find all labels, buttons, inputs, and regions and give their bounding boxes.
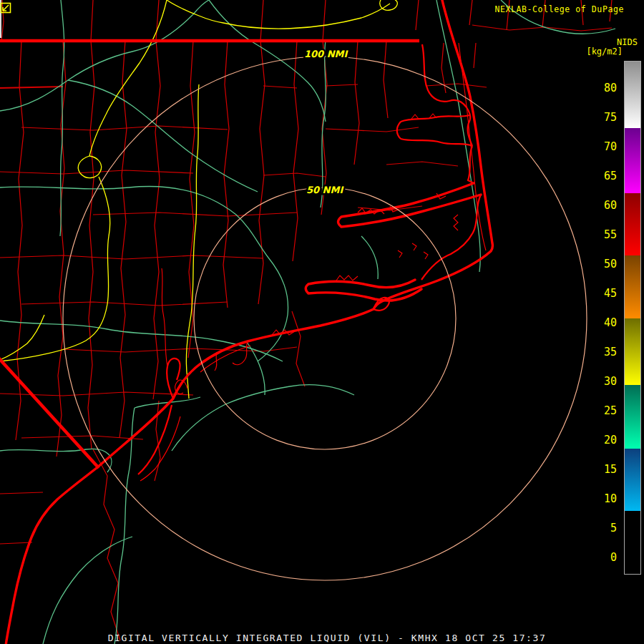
cape-fear xyxy=(167,358,180,399)
range-rings xyxy=(63,57,587,580)
ring-label-100nmi: 100 NMI xyxy=(304,49,348,59)
neuse-river xyxy=(306,280,421,301)
colorbar-tick-label: 25 xyxy=(595,405,617,416)
colorbar-tick-label: 55 xyxy=(595,229,617,240)
radar-display: 100 NMI 50 NMI NEXLAB-College of DuPage … xyxy=(0,0,644,644)
source-attribution: NEXLAB-College of DuPage xyxy=(494,4,624,14)
colorbar-tick-label: 30 xyxy=(595,376,617,387)
colorbar-tick-label: 10 xyxy=(595,493,617,504)
box-arrow-icon xyxy=(0,2,11,14)
highways xyxy=(0,0,397,399)
colorbar-tick-label: 15 xyxy=(595,464,617,475)
colorbar-tick-label: 70 xyxy=(595,141,617,152)
colorbar-tick-label: 35 xyxy=(595,346,617,358)
colorbar-tick-label: 0 xyxy=(595,552,617,563)
range-ring-50nmi xyxy=(194,187,456,449)
pamlico-river xyxy=(338,183,482,227)
colorbar-tick-label: 50 xyxy=(595,258,617,270)
colorbar-tick-label: 20 xyxy=(595,434,617,446)
colorbar-tick-label: 40 xyxy=(595,317,617,328)
colorbar-tick-label: 5 xyxy=(595,522,617,534)
colorbar-title: NIDS xyxy=(617,37,638,47)
colorbar-tick-label: 45 xyxy=(595,288,617,299)
currituck-shore xyxy=(422,44,470,119)
outer-coast xyxy=(6,0,492,644)
colorbar-gradient xyxy=(624,61,641,575)
colorbar-tick-label: 80 xyxy=(595,82,617,94)
product-caption: DIGITAL VERTICALLY INTEGRATED LIQUID (VI… xyxy=(108,633,547,643)
colorbar-units: [kg/m2] xyxy=(586,47,623,57)
colorbar-tick-label: 65 xyxy=(595,170,617,182)
coastline xyxy=(6,0,492,644)
colorbar-tick-label: 75 xyxy=(595,112,617,123)
ring-label-50nmi: 50 NMI xyxy=(306,185,344,195)
range-ring-100nmi xyxy=(63,57,587,580)
roads xyxy=(0,0,615,644)
county-boundaries xyxy=(0,0,612,640)
radar-map: 100 NMI 50 NMI xyxy=(0,0,644,644)
colorbar-tick-label: 60 xyxy=(595,200,617,211)
